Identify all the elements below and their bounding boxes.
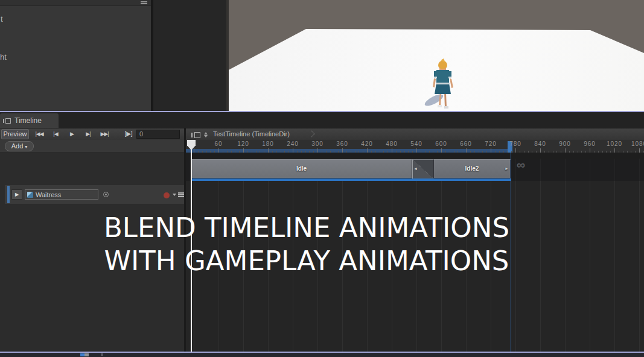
mini-window-icon-2 — [84, 353, 89, 356]
left-subpanel-header — [0, 0, 151, 6]
mini-window-icon — [80, 353, 84, 356]
left-subpanel: t ht — [0, 0, 151, 111]
ruler-tick — [342, 148, 343, 153]
ruler-label: 720 — [485, 141, 497, 147]
track-binding-field[interactable]: Waitress — [25, 189, 98, 200]
add-row: Add ▾ — [0, 140, 184, 153]
ruler-label: 660 — [460, 141, 472, 147]
gameobject-icon — [27, 192, 33, 198]
ruler-tick — [565, 148, 566, 153]
ruler-tick — [491, 148, 491, 153]
ruler-tick — [367, 148, 368, 153]
ruler-label: 960 — [584, 141, 596, 147]
ruler-label: 480 — [386, 141, 398, 147]
ruler-tick — [293, 148, 293, 153]
hamburger-icon[interactable] — [141, 1, 147, 4]
clip-idle[interactable]: Idle — [191, 159, 412, 178]
add-track-button[interactable]: Add ▾ — [5, 141, 34, 151]
tab-label: Timeline — [14, 116, 42, 125]
ruler-tick — [243, 148, 244, 153]
ruler-label: 840 — [534, 141, 546, 147]
truncated-label: t — [1, 14, 3, 24]
track-expand-button[interactable]: ▶ — [11, 189, 22, 200]
top-left-panel: t ht — [0, 0, 226, 111]
infinity-icon: ∞ — [514, 158, 528, 172]
ruler-label: 180 — [262, 141, 274, 147]
ruler-label: 60 — [214, 141, 222, 147]
ruler-label: 120 — [237, 141, 249, 147]
dropdown-caret-icon: ▾ — [25, 144, 27, 150]
time-ruler[interactable]: 0601201802403003604204805406006607207808… — [186, 140, 644, 153]
ruler-label: 360 — [336, 141, 348, 147]
ruler-tick — [441, 148, 442, 153]
tab-timeline[interactable]: Timeline — [0, 113, 59, 128]
overlay-line-1: BLEND TIMELINE ANIMATIONS — [0, 211, 613, 244]
ruler-label: 600 — [435, 141, 447, 147]
clip-idle2[interactable]: Idle2► — [433, 159, 511, 178]
mini-tick — [101, 353, 103, 356]
ruler-label: 1080 — [631, 141, 644, 147]
right-subpanel — [153, 0, 226, 111]
object-picker-icon[interactable] — [103, 192, 109, 197]
view-mode-dropdown-icon[interactable] — [204, 132, 208, 137]
ruler-label: 900 — [559, 141, 571, 147]
animation-track-header[interactable]: ▶ Waitress — [5, 185, 184, 204]
ruler-tick — [590, 148, 590, 153]
unity-editor-screenshot: t ht — [0, 0, 644, 357]
ruler-label: 240 — [287, 141, 299, 147]
current-frame-field[interactable]: 0 — [136, 130, 180, 139]
track-clip-underline — [191, 178, 511, 181]
track-menu-caret-icon[interactable] — [173, 194, 176, 196]
ruler-label: 780 — [509, 141, 521, 147]
ruler-tick — [515, 148, 516, 153]
ruler-tick — [268, 148, 269, 153]
timeline-ruler-ticks: 0601201802403003604204805406006607207808… — [186, 140, 644, 153]
track-name: Waitress — [36, 191, 61, 198]
timeline-window: Timeline Preview |◀◀ |◀ ▶ ▶| ▶▶| [▶] 0 T… — [0, 112, 644, 352]
ruler-tick — [614, 148, 615, 153]
clip-view-mode-icon[interactable] — [191, 131, 200, 137]
track-color-bar — [7, 186, 10, 203]
ruler-label: 1020 — [607, 141, 622, 147]
blend-in-arrow-icon: ◄ — [413, 166, 418, 172]
ruler-tick — [194, 148, 194, 153]
previous-frame-button[interactable]: |◀ — [48, 129, 63, 139]
timeline-tabbar: Timeline — [0, 112, 644, 128]
ruler-tick — [392, 148, 392, 153]
ruler-tick — [540, 148, 541, 153]
waitress-character — [423, 58, 458, 111]
bottom-edge-strip — [0, 353, 644, 357]
breadcrumb[interactable]: TestTimeline (TimelineDir) — [213, 130, 290, 137]
play-range-button[interactable]: [▶] — [121, 129, 136, 139]
next-frame-button[interactable]: ▶| — [80, 129, 96, 139]
skip-to-end-button[interactable]: ▶▶| — [97, 129, 112, 139]
timeline-toolbar: Preview |◀◀ |◀ ▶ ▶| ▶▶| [▶] 0 TestTimeli… — [0, 128, 644, 140]
play-button[interactable]: ▶ — [64, 129, 80, 139]
ruler-tick — [218, 148, 219, 153]
clip-out-arrow-icon: ► — [505, 160, 509, 178]
overlay-line-2: WITH GAMEPLAY ANIMATIONS — [0, 244, 613, 277]
breadcrumb-chevron-icon — [308, 130, 314, 137]
scene-viewport[interactable] — [226, 0, 644, 111]
truncated-label: ht — [0, 52, 7, 62]
ruler-tick — [317, 148, 318, 153]
record-button[interactable] — [164, 192, 170, 198]
ruler-label: 300 — [311, 141, 324, 147]
skip-to-start-button[interactable]: |◀◀ — [31, 129, 47, 139]
ruler-tick — [466, 148, 467, 153]
row-gap — [186, 153, 644, 159]
viewport-edge — [226, 0, 229, 111]
timeline-window-icon — [3, 118, 11, 124]
ruler-label: 540 — [410, 141, 422, 147]
overlay-title: BLEND TIMELINE ANIMATIONS WITH GAMEPLAY … — [0, 211, 613, 277]
preview-button[interactable]: Preview — [1, 129, 29, 139]
ruler-tick — [639, 148, 640, 153]
ruler-label: 420 — [361, 141, 373, 147]
ruler-tick — [416, 148, 417, 153]
